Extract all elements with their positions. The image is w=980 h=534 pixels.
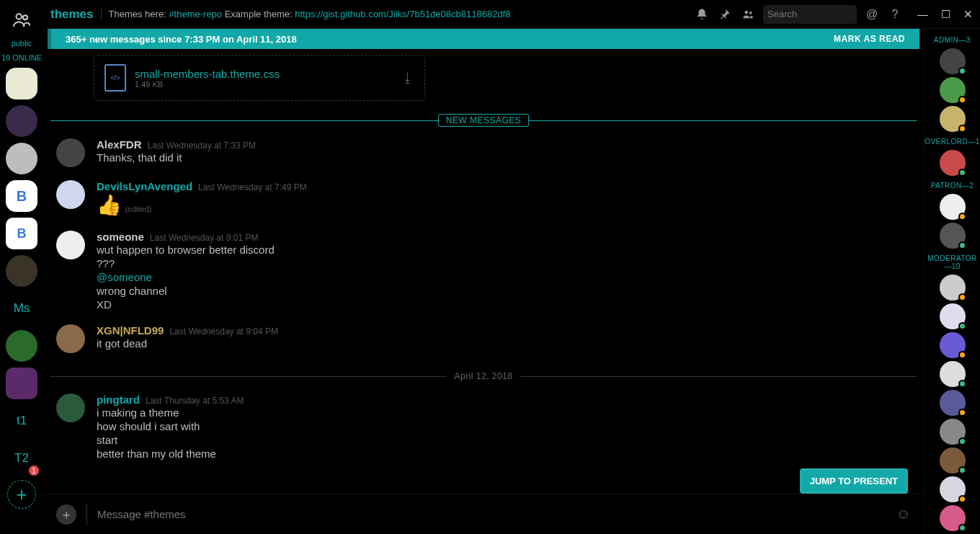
topic-channel-link[interactable]: #theme-repo [169, 9, 222, 19]
server-item[interactable]: t1 [6, 405, 37, 437]
member-avatar[interactable] [940, 448, 966, 473]
message: XGN|NFLD99Last Wednesday at 9:04 PM it g… [50, 316, 917, 357]
message-text: wrong channel [97, 284, 914, 298]
avatar[interactable] [56, 138, 85, 167]
member-avatar[interactable] [940, 106, 966, 132]
mark-as-read-button[interactable]: MARK AS READ [834, 34, 905, 44]
avatar[interactable] [56, 180, 85, 209]
server-item[interactable] [6, 105, 37, 137]
channel-name: themes [50, 7, 94, 22]
timestamp: Last Wednesday at 7:33 PM [148, 141, 257, 151]
timestamp: Last Wednesday at 7:49 PM [198, 182, 307, 192]
server-item[interactable]: B [6, 218, 37, 249]
friends-icon[interactable] [9, 7, 35, 33]
avatar[interactable] [56, 231, 85, 259]
author-name[interactable]: someone [97, 231, 144, 243]
author-name[interactable]: pingtard [97, 393, 140, 406]
message: someoneLast Wednesday at 9:01 PM wut hap… [50, 222, 917, 316]
app-main: themes Themes here: #theme-repo Example … [43, 0, 980, 534]
server-item[interactable] [6, 330, 37, 362]
members-list: ADMIN—3 OVERLORD—1 PATRON—2 MODERATOR—10… [924, 29, 980, 534]
message-text: how should i sart with [97, 419, 914, 433]
member-avatar[interactable] [940, 194, 966, 220]
attachment-filename[interactable]: small-members-tab.theme.css [135, 68, 280, 80]
message-input[interactable] [86, 504, 886, 525]
topic-url-link[interactable]: https://gist.github.com/Jiiks/7b51de08cb… [295, 9, 510, 19]
guild-online-label: 19 ONLINE [1, 53, 42, 62]
member-avatar[interactable] [940, 332, 966, 358]
svg-point-2 [745, 10, 749, 14]
svg-point-1 [23, 15, 27, 19]
search-box[interactable] [763, 5, 857, 24]
guild-public-label: public [12, 39, 32, 48]
server-item[interactable]: B [6, 180, 37, 212]
attachment-filesize: 1.49 KB [135, 80, 280, 89]
role-header: PATRON—2 [925, 179, 980, 191]
channel-topic: Themes here: #theme-repo Example theme: … [101, 9, 511, 19]
thumbs-up-emoji: 👍 [97, 193, 122, 217]
bell-icon[interactable] [694, 6, 710, 22]
role-header: ADMIN—3 [925, 33, 980, 45]
message-text: XD [97, 298, 914, 311]
server-item[interactable] [6, 255, 37, 287]
timestamp: Last Wednesday at 9:04 PM [169, 326, 278, 337]
message-text: start [97, 433, 914, 447]
close-button[interactable]: ✕ [963, 8, 973, 21]
add-server-button[interactable]: + [7, 480, 36, 509]
member-avatar[interactable] [940, 303, 966, 329]
message-text: it got dead [97, 337, 914, 350]
message-text: wut happen to browser better discord [97, 243, 914, 257]
emoji-picker-icon[interactable]: ☺ [896, 506, 911, 522]
help-icon[interactable]: ? [887, 6, 903, 22]
minimize-button[interactable]: — [917, 8, 928, 21]
new-messages-bar[interactable]: 365+ new messages since 7:33 PM on April… [48, 29, 919, 49]
author-name[interactable]: DevilsLynAvenged [97, 180, 192, 192]
timestamp: Last Wednesday at 9:01 PM [150, 233, 259, 243]
attach-button[interactable]: ＋ [56, 504, 76, 525]
server-item[interactable]: Ms [6, 293, 37, 324]
member-avatar[interactable] [940, 505, 966, 531]
mention-badge: 1 [29, 466, 39, 476]
mentions-icon[interactable]: @ [864, 6, 880, 22]
message-text: 👍 (edited) [97, 192, 914, 218]
member-avatar[interactable] [940, 275, 966, 301]
message-list[interactable]: small-members-tab.theme.css 1.49 KB ⭳ NE… [43, 49, 924, 494]
member-avatar[interactable] [940, 77, 966, 103]
message-text: better than my old theme [97, 447, 914, 460]
avatar[interactable] [56, 393, 85, 422]
new-messages-divider: NEW MESSAGES [50, 114, 917, 127]
date-divider: April 12, 2018 [50, 370, 917, 382]
titlebar: themes Themes here: #theme-repo Example … [43, 0, 980, 29]
author-name[interactable]: XGN|NFLD99 [97, 324, 164, 337]
server-item[interactable]: T2 1 [6, 442, 37, 474]
member-avatar[interactable] [940, 48, 966, 74]
author-name[interactable]: AlexFDR [97, 138, 142, 151]
member-avatar[interactable] [940, 361, 966, 387]
download-icon[interactable]: ⭳ [401, 71, 414, 86]
member-avatar[interactable] [940, 390, 966, 416]
message-text: i making a theme [97, 406, 914, 419]
jump-to-present-button[interactable]: JUMP TO PRESENT [800, 468, 908, 494]
server-item[interactable] [6, 368, 37, 399]
member-avatar[interactable] [940, 476, 966, 502]
maximize-button[interactable]: ☐ [941, 8, 950, 21]
server-item[interactable] [6, 68, 37, 99]
role-header: OVERLORD—1 [925, 135, 980, 147]
pin-icon[interactable] [717, 6, 733, 22]
member-avatar[interactable] [940, 150, 966, 176]
avatar[interactable] [56, 324, 85, 353]
mention[interactable]: @someone [97, 270, 914, 284]
message: DevilsLynAvengedLast Wednesday at 7:49 P… [50, 172, 917, 222]
server-item[interactable] [6, 143, 37, 174]
file-attachment[interactable]: small-members-tab.theme.css 1.49 KB ⭳ [94, 55, 425, 101]
message-text: Thanks, that did it [97, 151, 914, 164]
window-controls: — ☐ ✕ [917, 8, 973, 21]
message-text: ??? [97, 257, 914, 270]
message: AlexFDRLast Wednesday at 7:33 PM Thanks,… [50, 130, 917, 172]
role-header: MODERATOR—10 [925, 252, 980, 272]
member-avatar[interactable] [940, 419, 966, 445]
members-icon[interactable] [740, 6, 756, 22]
svg-point-0 [17, 14, 22, 19]
file-icon [104, 64, 126, 92]
member-avatar[interactable] [940, 223, 966, 249]
